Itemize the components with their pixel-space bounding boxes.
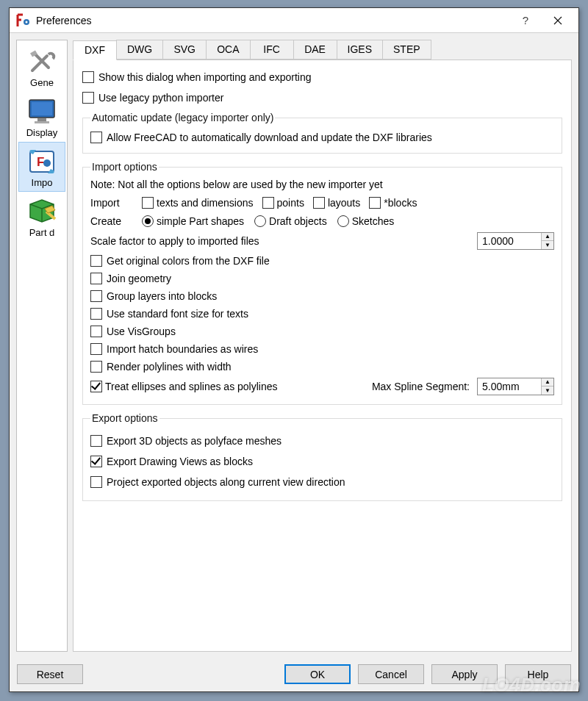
create-draft-objects-label: Draft objects [269, 215, 327, 227]
apply-button[interactable]: Apply [431, 664, 498, 684]
export-drawing-views-checkbox[interactable] [90, 456, 102, 467]
monitor-icon [25, 96, 59, 127]
export-drawing-views-label: Export Drawing Views as blocks [107, 456, 253, 467]
create-label: Create [90, 215, 135, 227]
app-icon [15, 12, 32, 29]
import-points-checkbox[interactable] [262, 197, 274, 209]
show-dialog-label: Show this dialog when importing and expo… [98, 71, 312, 83]
svg-rect-6 [32, 102, 52, 115]
dialog-buttons: Reset OK Cancel Apply Help [10, 658, 578, 691]
svg-rect-8 [35, 121, 49, 123]
sidebar-item-general[interactable]: Gene [18, 42, 65, 92]
import-texts-checkbox[interactable] [142, 197, 154, 209]
part-icon [25, 196, 59, 227]
hatch-checkbox[interactable] [90, 343, 102, 355]
import-row: Import texts and dimensions points layou… [90, 195, 554, 211]
sidebar-label-part: Part d [20, 227, 64, 238]
import-texts-label: texts and dimensions [157, 197, 254, 209]
tab-iges[interactable]: IGES [337, 40, 383, 60]
tools-icon [25, 46, 59, 77]
tab-dwg[interactable]: DWG [116, 40, 163, 60]
export-polyface-label: Export 3D objects as polyface meshes [107, 435, 282, 447]
std-font-label: Use standard font size for texts [107, 308, 248, 320]
create-part-shapes-label: simple Part shapes [157, 215, 244, 227]
join-geometry-label: Join geometry [107, 273, 171, 284]
max-spline-step-up[interactable]: ▲ [542, 378, 553, 387]
export-polyface-checkbox[interactable] [90, 435, 102, 447]
import-options-legend: Import options [90, 161, 159, 173]
auto-update-legend: Automatic update (legacy importer only) [90, 112, 275, 123]
create-sketches-label: Sketches [352, 215, 395, 227]
show-dialog-checkbox[interactable] [82, 71, 94, 83]
ellipses-checkbox[interactable] [90, 381, 102, 392]
visgroups-label: Use VisGroups [107, 326, 176, 337]
group-layers-label: Group layers into blocks [107, 290, 217, 302]
sidebar-label-display: Display [20, 127, 64, 138]
scale-step-up[interactable]: ▲ [542, 233, 553, 241]
tab-dae[interactable]: DAE [293, 40, 337, 60]
max-spline-input[interactable] [478, 378, 541, 395]
reset-button[interactable]: Reset [17, 664, 83, 684]
join-geometry-checkbox[interactable] [90, 273, 102, 284]
tab-body-dxf: Show this dialog when importing and expo… [73, 60, 572, 652]
import-note: Note: Not all the options below are used… [90, 179, 554, 190]
sidebar: Gene Display F [16, 40, 68, 652]
import-export-icon: F [25, 146, 59, 177]
tab-svg[interactable]: SVG [162, 40, 207, 60]
max-spline-step-down[interactable]: ▼ [542, 387, 553, 395]
tab-step[interactable]: STEP [382, 40, 431, 60]
tab-oca[interactable]: OCA [206, 40, 250, 60]
export-options-legend: Export options [90, 412, 159, 424]
titlebar: Preferences ? [10, 8, 578, 33]
export-options-group: Export options Export 3D objects as poly… [82, 412, 562, 501]
svg-point-11 [43, 159, 51, 167]
ok-button[interactable]: OK [284, 664, 351, 684]
import-layouts-checkbox[interactable] [313, 197, 325, 209]
window-title: Preferences [36, 15, 509, 26]
scale-step-down[interactable]: ▼ [542, 241, 553, 249]
max-spline-spinbox[interactable]: ▲ ▼ [477, 378, 554, 395]
scale-label: Scale factor to apply to imported files [90, 235, 470, 247]
create-row: Create simple Part shapes Draft objects … [90, 213, 554, 229]
std-font-checkbox[interactable] [90, 308, 102, 320]
auto-update-group: Automatic update (legacy importer only) … [82, 112, 562, 154]
auto-update-label: Allow FreeCAD to automatically download … [107, 132, 432, 143]
tabs: DXF DWG SVG OCA IFC DAE IGES STEP [73, 40, 572, 60]
create-part-shapes-radio[interactable] [142, 215, 154, 227]
original-colors-checkbox[interactable] [90, 255, 102, 267]
export-project-label: Project exported objects along current v… [107, 476, 345, 488]
import-blocks-checkbox[interactable] [369, 197, 381, 209]
svg-text:F: F [37, 155, 44, 169]
visgroups-checkbox[interactable] [90, 326, 102, 337]
sidebar-label-import: Impo [20, 177, 64, 188]
create-draft-objects-radio[interactable] [254, 215, 266, 227]
legacy-importer-label: Use legacy python importer [98, 92, 223, 104]
sidebar-item-part-design[interactable]: Part d [18, 192, 65, 242]
cancel-button[interactable]: Cancel [358, 664, 424, 684]
preferences-dialog: Preferences ? Gene [9, 7, 579, 692]
group-layers-checkbox[interactable] [90, 290, 102, 302]
sidebar-item-import-export[interactable]: F Impo [18, 142, 65, 192]
import-label: Import [90, 197, 135, 209]
legacy-importer-checkbox[interactable] [82, 92, 94, 104]
main-panel: DXF DWG SVG OCA IFC DAE IGES STEP Show t… [73, 40, 572, 652]
import-blocks-label: *blocks [384, 197, 417, 209]
hatch-label: Import hatch boundaries as wires [107, 343, 258, 355]
svg-point-1 [26, 21, 28, 23]
svg-rect-7 [37, 118, 46, 121]
tab-ifc[interactable]: IFC [250, 40, 294, 60]
create-sketches-radio[interactable] [337, 215, 349, 227]
export-project-checkbox[interactable] [90, 476, 102, 488]
close-button[interactable] [542, 10, 574, 32]
polylines-checkbox[interactable] [90, 361, 102, 373]
sidebar-item-display[interactable]: Display [18, 92, 65, 142]
tab-dxf[interactable]: DXF [73, 40, 117, 60]
scale-spinbox[interactable]: ▲ ▼ [477, 232, 554, 250]
auto-update-checkbox[interactable] [90, 132, 102, 143]
help-button[interactable]: Help [505, 664, 571, 684]
scale-input[interactable] [478, 233, 541, 249]
help-titlebar-button[interactable]: ? [509, 10, 542, 32]
ellipses-label: Treat ellipses and splines as polylines [105, 381, 278, 392]
sidebar-label-general: Gene [20, 77, 64, 88]
import-options-group: Import options Note: Not all the options… [82, 161, 562, 405]
